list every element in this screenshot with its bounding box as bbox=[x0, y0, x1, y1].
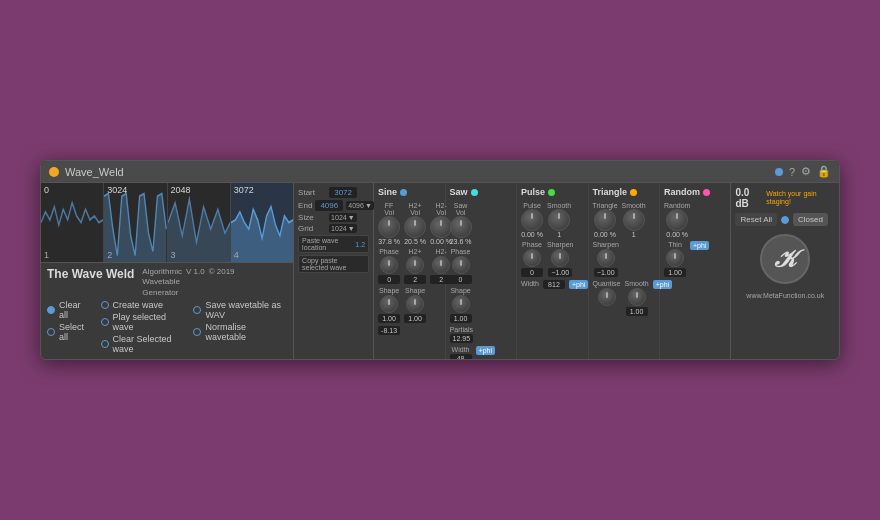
reset-row: Reset All Closed bbox=[735, 213, 835, 226]
random-thin-label: Thin bbox=[668, 241, 682, 248]
radio-clear-sel-dot bbox=[101, 340, 109, 348]
logo-circle[interactable]: 𝒦 bbox=[760, 234, 810, 284]
sine-phase-row: Phase 0 H2+ 2 H2- 2 bbox=[378, 248, 440, 284]
saw-partials-value: 12.95 bbox=[450, 334, 474, 343]
wave-cell-3[interactable]: 3072 4 bbox=[231, 183, 293, 262]
radio-normalise-dot bbox=[193, 328, 201, 336]
sine-h2minus-knob2[interactable] bbox=[432, 256, 450, 274]
saw-vol-knob[interactable] bbox=[450, 216, 472, 238]
website-label: www.MetaFunction.co.uk bbox=[735, 292, 835, 299]
triangle-sharpen-knob[interactable] bbox=[597, 249, 615, 267]
wave-title: The Wave Weld bbox=[47, 267, 134, 281]
triangle-smooth2-knob[interactable] bbox=[628, 288, 646, 306]
pulse-vol-value: 0.00 % bbox=[521, 231, 543, 238]
radio-play-label: Play selected wave bbox=[113, 312, 182, 332]
radio-play-dot bbox=[101, 318, 109, 326]
saw-phase-group: Phase 0 bbox=[450, 248, 472, 284]
sine-vol-row: FFVol 37.8 % H2+Vol 20.5 % H2-Vol 0.00 % bbox=[378, 202, 440, 245]
copy-paste-selected[interactable]: Copy paste selected wave bbox=[298, 255, 369, 273]
pulse-vol-knob[interactable] bbox=[521, 209, 543, 231]
triangle-sharpen-value: ~1.00 bbox=[594, 268, 618, 277]
sine-h2plus-knob[interactable] bbox=[404, 216, 426, 238]
triangle-smooth2-label: Smooth bbox=[625, 280, 649, 287]
gain-value: 0.0 dB bbox=[735, 187, 762, 209]
saw-partials-group: Partials 12.95 bbox=[450, 326, 474, 343]
triangle-vol-row: Triangle 0.00 % Smooth 1 bbox=[593, 202, 655, 238]
sine-ff-label: FFVol bbox=[384, 202, 394, 216]
pulse-smooth-knob[interactable] bbox=[548, 209, 570, 231]
logo-k: 𝒦 bbox=[775, 245, 795, 273]
saw-shape-row: Shape 1.00 bbox=[450, 287, 512, 323]
triangle-smooth2-value: 1.00 bbox=[626, 307, 648, 316]
saw-shape-knob[interactable] bbox=[452, 295, 470, 313]
size-dropdown[interactable]: 1024 ▼ bbox=[329, 213, 357, 222]
sine-h2plus-knob2[interactable] bbox=[406, 256, 424, 274]
triangle-vol-knob[interactable] bbox=[594, 209, 616, 231]
radio-create-label: Create wave bbox=[113, 300, 164, 310]
sine-h2plus-knob-group: H2+ 2 bbox=[404, 248, 426, 284]
pulse-width-label: Width bbox=[521, 280, 539, 287]
triangle-smooth-col: Smooth 1 bbox=[622, 202, 646, 238]
settings-icon[interactable]: ⚙ bbox=[801, 165, 811, 178]
end-value[interactable]: 4096 bbox=[315, 200, 343, 211]
size-param: Size 1024 ▼ bbox=[298, 213, 369, 222]
pulse-sharpen-group: Sharpen ~1.00 bbox=[547, 241, 573, 277]
triangle-smooth-knob[interactable] bbox=[623, 209, 645, 231]
size-dropdown-value: 1024 bbox=[331, 214, 347, 221]
radio-save-wav-dot bbox=[193, 306, 201, 314]
pulse-phi-btn[interactable]: +phi bbox=[569, 280, 588, 289]
radio-clear-all[interactable]: Clear all bbox=[47, 300, 89, 320]
wave-controls-col-1: Clear all Select all bbox=[47, 300, 89, 354]
sine-shape-value1: 1.00 bbox=[378, 314, 400, 323]
grid-dropdown[interactable]: 1024 ▼ bbox=[329, 224, 357, 233]
random-vol-knob[interactable] bbox=[666, 209, 688, 231]
triangle-title: Triangle bbox=[593, 187, 628, 197]
sine-shape-knob2[interactable] bbox=[406, 295, 424, 313]
end-dropdown[interactable]: 4096 ▼ bbox=[346, 201, 374, 210]
wave-cell-2[interactable]: 2048 3 bbox=[168, 183, 231, 262]
sine-phase-group: Phase 0 bbox=[378, 248, 400, 284]
saw-width-group: Width 48 bbox=[450, 346, 472, 359]
start-value[interactable]: 3072 bbox=[329, 187, 357, 198]
pulse-sharpen-knob[interactable] bbox=[551, 249, 569, 267]
radio-normalise[interactable]: Normalise wavetable bbox=[193, 322, 287, 342]
wave-cell-1[interactable]: 3024 2 bbox=[104, 183, 167, 262]
wave-title-row: The Wave Weld Algorithmic Wavetable Gene… bbox=[47, 267, 287, 298]
paste-wave-label: Paste wave location bbox=[302, 237, 355, 251]
grid-dropdown-arrow: ▼ bbox=[348, 225, 355, 232]
radio-create[interactable]: Create wave bbox=[101, 300, 182, 310]
wave-cell-0[interactable]: 0 1 bbox=[41, 183, 104, 262]
radio-play[interactable]: Play selected wave bbox=[101, 312, 182, 332]
triangle-dot bbox=[630, 189, 637, 196]
radio-select-all[interactable]: Select all bbox=[47, 322, 89, 342]
saw-phi-btn[interactable]: +phi bbox=[476, 346, 495, 355]
subtitle-line1: Algorithmic bbox=[142, 267, 182, 277]
paste-wave-location[interactable]: Paste wave location 1.2 bbox=[298, 235, 369, 253]
random-thin-knob[interactable] bbox=[666, 249, 684, 267]
pulse-phase-knob[interactable] bbox=[523, 249, 541, 267]
closed-button[interactable]: Closed bbox=[793, 213, 828, 226]
sine-shape-group2: Shape 1.00 bbox=[404, 287, 426, 323]
wave-info: The Wave Weld Algorithmic Wavetable Gene… bbox=[41, 263, 293, 359]
sine-phase-knob[interactable] bbox=[380, 256, 398, 274]
saw-phase-knob[interactable] bbox=[452, 256, 470, 274]
close-icon[interactable]: 🔒 bbox=[817, 165, 831, 178]
sine-ff-knob[interactable] bbox=[378, 216, 400, 238]
triangle-smooth2-group: Smooth 1.00 bbox=[625, 280, 649, 316]
reset-all-button[interactable]: Reset All bbox=[735, 213, 777, 226]
triangle-section: Triangle Triangle 0.00 % Smooth 1 bbox=[589, 183, 660, 359]
triangle-quantise-knob[interactable] bbox=[598, 288, 616, 306]
minimize-icon[interactable]: ? bbox=[789, 166, 795, 178]
radio-clear-sel-label: Clear Selected wave bbox=[113, 334, 182, 354]
radio-clear-sel[interactable]: Clear Selected wave bbox=[101, 334, 182, 354]
wave-display: 0 1 3024 2 2048 bbox=[41, 183, 294, 359]
pulse-smooth-col: Smooth 1 bbox=[547, 202, 571, 238]
sine-h2minus-knob[interactable] bbox=[430, 216, 452, 238]
triangle-vol-col: Triangle 0.00 % bbox=[593, 202, 618, 238]
pulse-smooth-label: Smooth bbox=[547, 202, 571, 209]
saw-width-label: Width bbox=[452, 346, 470, 353]
random-phi-btn[interactable]: +phi bbox=[690, 241, 709, 250]
sine-shape-knob1[interactable] bbox=[380, 295, 398, 313]
pulse-phase-label: Phase bbox=[522, 241, 542, 248]
radio-save-wav[interactable]: Save wavetable as WAV bbox=[193, 300, 287, 320]
